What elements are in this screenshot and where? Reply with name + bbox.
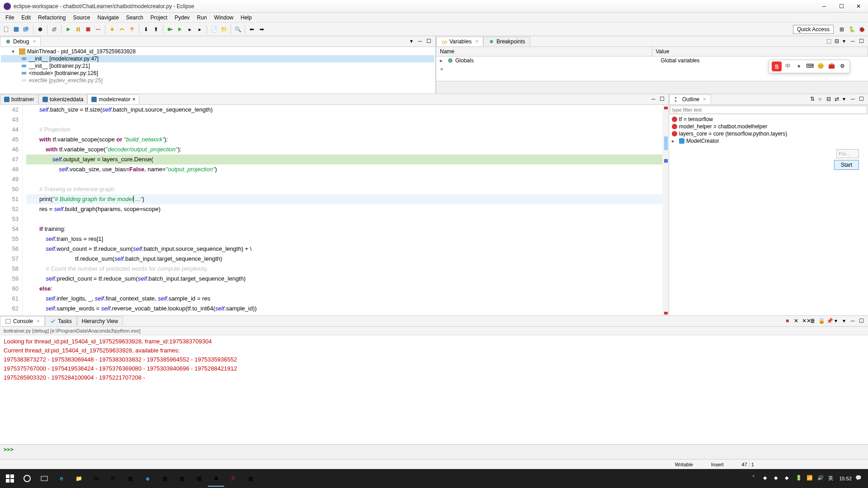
breakpoints-tab[interactable]: Breakpoints bbox=[483, 37, 530, 46]
remove-all-icon[interactable]: ✕✕ bbox=[802, 318, 809, 325]
close-button[interactable]: ✕ bbox=[853, 2, 864, 10]
forward-icon[interactable]: ➡ bbox=[257, 25, 266, 34]
stack-frame-0[interactable]: __init__ [modelcreator.py:47] bbox=[1, 55, 434, 62]
menu-edit[interactable]: Edit bbox=[18, 14, 34, 22]
menu-search[interactable]: Search bbox=[123, 14, 147, 22]
debug-tree[interactable]: ▾MainThread - pid_15404_id_1975259633928… bbox=[0, 47, 435, 94]
minimize-view-icon[interactable]: ─ bbox=[851, 318, 858, 325]
view-menu-icon[interactable]: ▾ bbox=[843, 38, 850, 45]
quick-access[interactable]: Quick Access bbox=[793, 25, 834, 34]
scroll-lock-icon[interactable]: 🔒 bbox=[818, 318, 826, 325]
pinned-app-icon[interactable]: ▦ bbox=[174, 470, 190, 487]
console-tab[interactable]: Console × bbox=[0, 316, 45, 326]
maximize-view-icon[interactable]: ☐ bbox=[859, 96, 866, 103]
external-tools-icon[interactable]: ▸ bbox=[195, 25, 204, 34]
tray-app-icon[interactable]: ◆ bbox=[785, 475, 792, 482]
outline-item-modelhelper[interactable]: model_helper = chatbot.modelhelper bbox=[670, 123, 867, 130]
ime-punct-icon[interactable]: ● bbox=[794, 61, 803, 70]
open-perspective-icon[interactable]: ⊞ bbox=[837, 25, 846, 34]
stack-frame-1[interactable]: __init__ [bottrainer.py:21] bbox=[1, 62, 434, 70]
explorer-icon[interactable]: 📁 bbox=[71, 470, 87, 487]
variables-tab[interactable]: (x)= Variables × bbox=[436, 37, 483, 46]
task-view-icon[interactable] bbox=[36, 470, 52, 487]
vscode-icon[interactable]: ◈ bbox=[139, 470, 156, 487]
save-icon[interactable] bbox=[12, 25, 21, 34]
editor-tab-modelcreator[interactable]: modelcreator× bbox=[87, 94, 139, 104]
outline-item-modelcreator[interactable]: ▸ModelCreator bbox=[670, 137, 867, 145]
menu-window[interactable]: Window bbox=[211, 14, 237, 22]
start-menu-icon[interactable] bbox=[2, 470, 18, 487]
suspend-icon[interactable] bbox=[74, 25, 83, 34]
menu-file[interactable]: File bbox=[2, 14, 18, 22]
close-tab-icon[interactable]: × bbox=[132, 96, 135, 103]
console-prompt[interactable]: >>> bbox=[0, 444, 868, 455]
close-tab-icon[interactable]: × bbox=[703, 96, 706, 103]
coverage-icon[interactable]: ▸ bbox=[185, 25, 194, 34]
resume-icon[interactable] bbox=[64, 25, 73, 34]
link-editor-icon[interactable]: ⇄ bbox=[835, 96, 842, 103]
outline-item-layerscore[interactable]: layers_core = core (tensorflow.python.la… bbox=[670, 130, 867, 137]
debug-perspective-icon[interactable]: 🐞 bbox=[857, 25, 866, 34]
outline-filter-input[interactable] bbox=[670, 106, 867, 114]
maximize-view-icon[interactable]: ☐ bbox=[426, 38, 434, 45]
show-type-names-icon[interactable]: ⬚ bbox=[826, 38, 834, 45]
ime-keyboard-icon[interactable]: ⌨ bbox=[805, 61, 814, 70]
remove-launch-icon[interactable]: ✕ bbox=[794, 318, 801, 325]
edge-icon[interactable]: e bbox=[53, 470, 70, 487]
powerpoint-icon[interactable]: P bbox=[225, 470, 241, 487]
debug-tab[interactable]: Debug × bbox=[0, 37, 41, 46]
stack-frame-2[interactable]: <module> [bottrainer.py:126] bbox=[1, 70, 434, 77]
tray-up-icon[interactable]: ˄ bbox=[752, 475, 760, 482]
overview-ruler[interactable] bbox=[662, 105, 669, 315]
search-icon[interactable]: 🔍 bbox=[233, 25, 242, 34]
next-annotation-icon[interactable]: ⬇ bbox=[142, 25, 151, 34]
close-tab-icon[interactable]: × bbox=[475, 38, 478, 45]
run-dropdown-icon[interactable] bbox=[175, 25, 184, 34]
mail-icon[interactable]: ✉ bbox=[105, 470, 121, 487]
menu-refactoring[interactable]: Refactoring bbox=[34, 14, 69, 22]
pinned-app-icon[interactable]: ▦ bbox=[156, 470, 173, 487]
minimize-view-icon[interactable]: ─ bbox=[851, 38, 858, 45]
app-icon[interactable]: ▦ bbox=[122, 470, 138, 487]
disconnect-icon[interactable] bbox=[94, 25, 103, 34]
start-button[interactable]: Start bbox=[834, 160, 859, 170]
step-over-icon[interactable] bbox=[118, 25, 127, 34]
pydev-perspective-icon[interactable]: 🐍 bbox=[847, 25, 856, 34]
store-icon[interactable]: 🛍 bbox=[88, 470, 104, 487]
hierarchy-tab[interactable]: Hierarchy View bbox=[77, 316, 123, 326]
save-all-icon[interactable] bbox=[22, 25, 31, 34]
pin-console-icon[interactable]: 📌 bbox=[826, 318, 834, 325]
debug-dropdown-icon[interactable] bbox=[165, 25, 175, 34]
sogou-logo-icon[interactable]: S bbox=[772, 61, 782, 71]
maximize-button[interactable]: ☐ bbox=[835, 2, 847, 10]
menu-navigate[interactable]: Navigate bbox=[94, 14, 122, 22]
menu-source[interactable]: Source bbox=[69, 14, 94, 22]
editor-tab-tokenizeddata[interactable]: tokenizeddata bbox=[38, 94, 88, 104]
new-module-icon[interactable]: 📄 bbox=[209, 25, 218, 34]
close-tab-icon[interactable]: × bbox=[33, 38, 36, 45]
terminate-console-icon[interactable]: ■ bbox=[786, 318, 793, 325]
maximize-view-icon[interactable]: ☐ bbox=[859, 38, 866, 45]
ime-tool-icon[interactable]: 🧰 bbox=[827, 61, 836, 70]
outline-tree[interactable]: tf = tensorflow model_helper = chatbot.m… bbox=[669, 115, 868, 315]
menu-help[interactable]: Help bbox=[237, 14, 255, 22]
ime-lang-icon[interactable]: 中 bbox=[783, 61, 793, 70]
sort-icon[interactable]: ⇅ bbox=[810, 96, 817, 103]
code-editor[interactable]: 4243444546474849505152535455565758596061… bbox=[0, 105, 669, 315]
editor-tab-bottrainer[interactable]: bottrainer bbox=[0, 94, 38, 104]
tray-app-icon[interactable]: ◆ bbox=[774, 475, 781, 482]
ime-skin-icon[interactable]: 😊 bbox=[816, 61, 825, 70]
open-console-icon[interactable]: ▾ bbox=[843, 318, 850, 325]
pinned-app-icon[interactable]: ▦ bbox=[242, 470, 259, 487]
debug-view-menu-icon[interactable]: ▾ bbox=[410, 38, 417, 45]
display-console-icon[interactable]: ▾ bbox=[835, 318, 842, 325]
clock[interactable]: 15:52 bbox=[839, 476, 852, 481]
hide-fields-icon[interactable]: ○ bbox=[818, 96, 826, 103]
battery-icon[interactable]: 🔋 bbox=[796, 475, 803, 482]
stack-frame-truncated[interactable]: execfile [pydev_execfile.py:25] bbox=[1, 77, 434, 84]
start-point-input[interactable] bbox=[836, 149, 859, 158]
ime-tray-icon[interactable]: 英 bbox=[828, 475, 835, 482]
back-icon[interactable]: ⬅ bbox=[247, 25, 256, 34]
console-output[interactable]: Looking for thread_id:pid_15404_id_19752… bbox=[0, 335, 868, 444]
minimize-view-icon[interactable]: ─ bbox=[851, 96, 858, 103]
